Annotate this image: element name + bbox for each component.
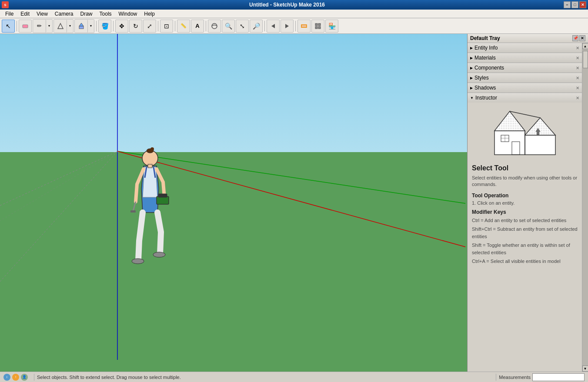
- materials-header[interactable]: ▶ Materials ✕: [468, 53, 582, 63]
- status-separator: [34, 374, 34, 381]
- styles-close[interactable]: ✕: [576, 76, 579, 80]
- menu-window[interactable]: Window: [115, 10, 141, 18]
- warning-icon: !: [12, 374, 19, 381]
- svg-rect-30: [494, 131, 525, 155]
- prev-view-button[interactable]: [267, 20, 280, 33]
- menu-draw[interactable]: Draw: [77, 10, 96, 18]
- shadows-header[interactable]: ▶ Shadows ✕: [468, 83, 582, 93]
- svg-marker-1: [58, 23, 63, 29]
- tray-pin-button[interactable]: 📌: [572, 35, 578, 41]
- toolbar-separator-3: [113, 21, 114, 31]
- components-close[interactable]: ✕: [576, 66, 579, 70]
- instructor-close[interactable]: ✕: [576, 96, 579, 100]
- menu-camera[interactable]: Camera: [51, 10, 77, 18]
- menu-file[interactable]: File: [2, 10, 17, 18]
- right-panel-inner: ▶ Entity Info ✕ ▶ Materials ✕: [468, 43, 588, 372]
- text-tool-button[interactable]: A: [191, 20, 204, 33]
- instructor-label: Instructor: [475, 95, 497, 101]
- entity-info-header[interactable]: ▶ Entity Info ✕: [468, 43, 582, 53]
- shadows-section: ▶ Shadows ✕: [468, 83, 582, 93]
- styles-arrow: ▶: [470, 76, 473, 80]
- materials-close[interactable]: ✕: [576, 56, 579, 60]
- title-bar: S Untitled - SketchUp Make 2016 − □ ✕: [0, 0, 588, 10]
- svg-point-4: [212, 23, 217, 29]
- svg-rect-9: [318, 23, 321, 26]
- modifier-key-4: Ctrl+A = Select all visible entities in …: [472, 258, 578, 265]
- components-arrow: ▶: [470, 66, 473, 70]
- shape-tool-group: ▾: [53, 19, 74, 33]
- toolbar-separator-5: [175, 21, 175, 31]
- svg-rect-31: [525, 135, 555, 155]
- scroll-track[interactable]: [582, 49, 588, 365]
- menu-edit[interactable]: Edit: [17, 10, 33, 18]
- menu-help[interactable]: Help: [140, 10, 158, 18]
- shape-dropdown-button[interactable]: ▾: [67, 20, 73, 33]
- components-button[interactable]: [311, 20, 324, 33]
- tape-tool-button[interactable]: 📏: [177, 20, 190, 33]
- scale-tool-button[interactable]: ⤢: [143, 20, 156, 33]
- right-panel: Default Tray 📌 ✕ ▶ Entity Info ✕: [467, 34, 588, 372]
- next-view-button[interactable]: [281, 20, 294, 33]
- modifier-key-1: Ctrl = Add an entity to set of selected …: [472, 217, 578, 224]
- zoom-extents-button[interactable]: ⤡: [236, 20, 249, 33]
- modifier-keys-title: Modifier Keys: [472, 209, 578, 215]
- offset-tool-button[interactable]: ⊡: [160, 20, 173, 33]
- app-icon: S: [2, 1, 9, 8]
- tray-content: ▶ Entity Info ✕ ▶ Materials ✕: [468, 43, 582, 372]
- status-icons: i ! 👤: [3, 374, 28, 381]
- pencil-tool-group: ✏ ▾: [33, 19, 53, 33]
- entity-info-label: Entity Info: [474, 45, 498, 51]
- rotate-tool-button[interactable]: ↻: [129, 20, 142, 33]
- instructor-header[interactable]: ▼ Instructor ✕: [468, 93, 582, 103]
- status-message: Select objects. Shift to extend select. …: [37, 375, 493, 380]
- pushpull-dropdown-button[interactable]: ▾: [88, 20, 94, 33]
- pushpull-tool-button[interactable]: [75, 20, 88, 33]
- pencil-tool-button[interactable]: ✏: [33, 20, 46, 33]
- svg-point-26: [153, 252, 165, 257]
- toolbar: ↖ ✏ ▾ ▾ ▾ 🪣 ✥ ↻ ⤢ ⊡ 📏 A 🔍 ⤡: [0, 18, 588, 34]
- entity-info-arrow: ▶: [470, 46, 473, 50]
- tray-close-button[interactable]: ✕: [579, 35, 585, 41]
- styles-header[interactable]: ▶ Styles ✕: [468, 73, 582, 83]
- shadows-close[interactable]: ✕: [576, 86, 579, 90]
- styles-section: ▶ Styles ✕: [468, 73, 582, 83]
- orbit-tool-button[interactable]: [208, 20, 221, 33]
- section-plane-button[interactable]: [297, 20, 311, 33]
- close-button[interactable]: ✕: [579, 1, 586, 8]
- instructor-section: ▼ Instructor ✕: [468, 93, 582, 372]
- svg-point-20: [150, 147, 154, 151]
- svg-marker-5: [271, 24, 275, 28]
- measurements-input[interactable]: [532, 373, 585, 381]
- scroll-down-button[interactable]: ▼: [582, 365, 588, 372]
- maximize-button[interactable]: □: [571, 1, 578, 8]
- viewport[interactable]: [0, 34, 467, 372]
- svg-rect-2: [79, 26, 84, 29]
- scroll-thumb[interactable]: [583, 51, 588, 68]
- svg-point-25: [132, 259, 144, 264]
- zoom-tool-button[interactable]: 🔍: [222, 20, 235, 33]
- tool-title: Select Tool: [472, 164, 578, 172]
- svg-marker-35: [525, 118, 555, 135]
- canvas-area: [0, 34, 467, 372]
- menu-tools[interactable]: Tools: [96, 10, 115, 18]
- toolbar-separator-6: [206, 21, 206, 31]
- pencil-dropdown-button[interactable]: ▾: [46, 20, 52, 33]
- paint-tool-button[interactable]: 🪣: [98, 20, 111, 33]
- components-header[interactable]: ▶ Components ✕: [468, 63, 582, 73]
- svg-rect-7: [301, 25, 307, 27]
- svg-rect-21: [157, 196, 169, 204]
- svg-rect-22: [158, 194, 167, 197]
- zoom-window-button[interactable]: 🔎: [250, 20, 263, 33]
- warehouse-button[interactable]: 🏪: [325, 20, 338, 33]
- entity-info-close[interactable]: ✕: [576, 46, 579, 50]
- materials-section: ▶ Materials ✕: [468, 53, 582, 63]
- shape-tool-button[interactable]: [54, 20, 67, 33]
- menu-view[interactable]: View: [33, 10, 51, 18]
- scroll-up-button[interactable]: ▲: [582, 43, 588, 49]
- select-tool-button[interactable]: ↖: [2, 20, 15, 33]
- svg-marker-6: [285, 24, 289, 28]
- eraser-tool-button[interactable]: [19, 20, 32, 33]
- svg-rect-27: [148, 164, 152, 168]
- minimize-button[interactable]: −: [564, 1, 571, 8]
- move-tool-button[interactable]: ✥: [115, 20, 128, 33]
